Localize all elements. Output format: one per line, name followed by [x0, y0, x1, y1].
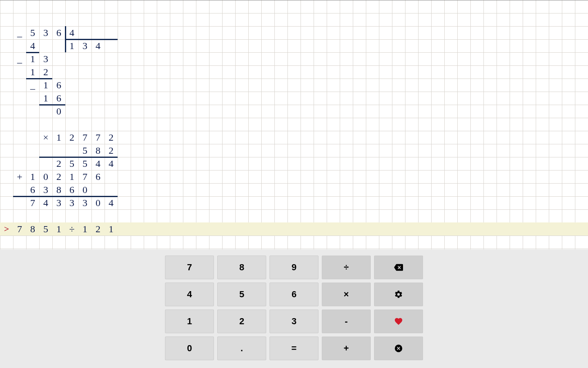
- division-digit: 6: [52, 26, 65, 39]
- multiplication-digit: 1: [26, 170, 39, 183]
- multiplication-digit: 8: [91, 144, 105, 157]
- multiplication-digit: 2: [105, 131, 118, 144]
- division-digit: 1: [39, 92, 52, 105]
- multiplication-digit: 2: [65, 131, 78, 144]
- key-backspace[interactable]: [374, 256, 423, 279]
- division-digit: 1: [39, 79, 52, 92]
- division-digit: 4: [91, 39, 105, 52]
- multiplication-digit: 6: [26, 183, 39, 196]
- gear-icon: [394, 290, 403, 299]
- division-digit: _: [13, 52, 26, 65]
- multiplication-rule: [13, 196, 118, 197]
- key-6[interactable]: 6: [270, 283, 318, 306]
- division-digit: _: [26, 79, 39, 92]
- multiplication-digit: 3: [65, 196, 78, 209]
- multiplication-digit: 2: [105, 144, 118, 157]
- prompt-caret: >: [0, 222, 13, 236]
- multiplication-digit: 4: [105, 157, 118, 170]
- keypad-panel: 789÷456×123-0.=+: [0, 249, 588, 368]
- key-5[interactable]: 5: [217, 283, 266, 306]
- multiplication-digit: 3: [52, 196, 65, 209]
- input-char: 1: [52, 222, 65, 236]
- input-char: ÷: [65, 222, 78, 236]
- division-digit: 5: [26, 26, 39, 39]
- division-digit: 1: [26, 65, 39, 79]
- multiplication-digit: 7: [78, 131, 91, 144]
- multiplication-digit: 0: [39, 170, 52, 183]
- key-minus[interactable]: -: [322, 310, 371, 333]
- backspace-icon: [394, 263, 403, 272]
- multiplication-rule: [39, 157, 118, 158]
- multiplication-digit: 7: [26, 196, 39, 209]
- multiplication-digit: 5: [65, 157, 78, 170]
- multiplication-digit: 4: [39, 196, 52, 209]
- division-digit: 3: [39, 26, 52, 39]
- worksheet-grid: _53644134_1312_16160×1277258225544+10217…: [0, 0, 588, 249]
- multiplication-digit: 7: [91, 131, 105, 144]
- division-quotient-rule: [65, 39, 118, 40]
- key-8[interactable]: 8: [217, 256, 266, 279]
- key-7[interactable]: 7: [165, 256, 214, 279]
- multiplication-digit: ×: [39, 131, 52, 144]
- multiplication-digit: 2: [52, 157, 65, 170]
- division-digit: 3: [78, 39, 91, 52]
- multiplication-digit: 4: [91, 157, 105, 170]
- division-digit: 1: [26, 52, 39, 65]
- input-char: 1: [78, 222, 91, 236]
- key-multiply[interactable]: ×: [322, 283, 371, 306]
- multiplication-digit: 5: [78, 157, 91, 170]
- input-char: 1: [105, 222, 118, 236]
- division-digit: 4: [26, 39, 39, 52]
- key-1[interactable]: 1: [165, 310, 214, 333]
- multiplication-digit: 2: [52, 170, 65, 183]
- input-char: 7: [13, 222, 26, 236]
- key-divide[interactable]: ÷: [322, 256, 371, 279]
- division-digit: 4: [65, 26, 78, 39]
- multiplication-digit: 0: [78, 183, 91, 196]
- multiplication-digit: +: [13, 170, 26, 183]
- multiplication-digit: 1: [52, 131, 65, 144]
- division-digit: 2: [39, 65, 52, 79]
- key-9[interactable]: 9: [270, 256, 318, 279]
- multiplication-digit: 3: [39, 183, 52, 196]
- multiplication-digit: 5: [78, 144, 91, 157]
- key-2[interactable]: 2: [217, 310, 266, 333]
- division-digit: _: [13, 26, 26, 39]
- multiplication-digit: 8: [52, 183, 65, 196]
- multiplication-digit: 6: [91, 170, 105, 183]
- division-step-rule: [26, 78, 52, 79]
- input-char: 2: [91, 222, 105, 236]
- division-step-rule: [26, 52, 39, 53]
- division-digit: 0: [52, 105, 65, 118]
- multiplication-digit: 6: [65, 183, 78, 196]
- key-0[interactable]: 0: [165, 337, 214, 360]
- division-digit: 3: [39, 52, 52, 65]
- key-plus[interactable]: +: [322, 337, 371, 360]
- multiplication-digit: 0: [91, 196, 105, 209]
- multiplication-digit: 1: [65, 170, 78, 183]
- multiplication-digit: 3: [78, 196, 91, 209]
- division-digit: 1: [65, 39, 78, 52]
- input-char: 5: [39, 222, 52, 236]
- key-equals[interactable]: =: [270, 337, 318, 360]
- key-3[interactable]: 3: [270, 310, 318, 333]
- close-circle-icon: [394, 344, 403, 353]
- multiplication-digit: 7: [78, 170, 91, 183]
- multiplication-digit: 4: [105, 196, 118, 209]
- input-char: 8: [26, 222, 39, 236]
- division-digit: 6: [52, 79, 65, 92]
- key-close[interactable]: [374, 337, 423, 360]
- heart-icon: [394, 317, 403, 326]
- division-step-rule: [39, 104, 65, 105]
- key-4[interactable]: 4: [165, 283, 214, 306]
- key-settings[interactable]: [374, 283, 423, 306]
- key-favorite[interactable]: [374, 310, 423, 333]
- division-digit: 6: [52, 92, 65, 105]
- key-decimal[interactable]: .: [217, 337, 266, 360]
